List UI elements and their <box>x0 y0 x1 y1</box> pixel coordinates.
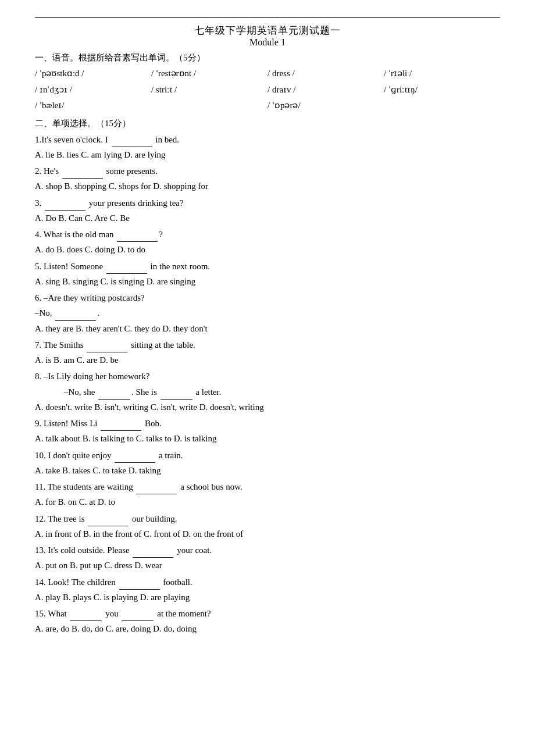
phonetic-item: / draɪv / <box>268 83 384 98</box>
question-1: 1.It's seven o'clock. I in bed. A. lie B… <box>35 132 500 163</box>
phonetic-item: / striːt / <box>151 83 268 98</box>
q8-text: 8. –Is Lily doing her homework? <box>35 369 500 384</box>
q2-text: 2. He's some presents. <box>35 163 500 179</box>
q2-options: A. shop B. shopping C. shops for D. shop… <box>35 179 500 194</box>
phonetic-item: / ˈɒpərə/ <box>268 98 500 113</box>
q9-options: A. talk about B. is talking to C. talks … <box>35 431 500 446</box>
q12-text: 12. The tree is our building. <box>35 511 500 526</box>
q10-text: 10. I don't quite enjoy a train. <box>35 448 500 463</box>
q1-options: A. lie B. lies C. am lying D. are lying <box>35 147 500 162</box>
q8-text2: –No, she . She is a letter. <box>35 384 500 400</box>
q3-options: A. Do B. Can C. Are C. Be <box>35 211 500 226</box>
phonetic-row-1: / ˈpəʊstkɑ:d / / ˈrestərɒnt / / dress / … <box>35 66 500 81</box>
q6-options: A. they are B. they aren't C. they do D.… <box>35 321 500 336</box>
module-title: Module 1 <box>35 37 500 48</box>
phonetic-row-2: / ɪnˈdʒɔɪ / / striːt / / draɪv / / ˈɡriː… <box>35 83 500 98</box>
q5-text: 5. Listen! Someone in the next room. <box>35 259 500 274</box>
q1-text: 1.It's seven o'clock. I in bed. <box>35 132 500 147</box>
page-title: 七年级下学期英语单元测试题一 <box>35 24 500 37</box>
q15-options: A. are, do B. do, do C. are, doing D. do… <box>35 621 500 636</box>
section1-header: 一、语音。根据所给音素写出单词。（5分） <box>35 52 500 63</box>
q10-options: A. take B. takes C. to take D. taking <box>35 463 500 478</box>
q13-options: A. put on B. put up C. dress D. wear <box>35 558 500 573</box>
question-11: 11. The students are waiting a school bu… <box>35 479 500 510</box>
q5-options: A. sing B. singing C. is singing D. are … <box>35 274 500 289</box>
question-14: 14. Look! The children football. A. play… <box>35 575 500 605</box>
question-13: 13. It's cold outside. Please your coat.… <box>35 543 500 573</box>
question-7: 7. The Smiths sitting at the table. A. i… <box>35 337 500 368</box>
top-divider <box>35 17 500 18</box>
phonetics-block: / ˈpəʊstkɑ:d / / ˈrestərɒnt / / dress / … <box>35 66 500 113</box>
phonetic-item: / ɪnˈdʒɔɪ / <box>35 83 151 98</box>
question-15: 15. What you at the moment? A. are, do B… <box>35 606 500 637</box>
question-4: 4. What is the old man ? A. do B. does C… <box>35 227 500 258</box>
q14-options: A. play B. plays C. is playing D. are pl… <box>35 590 500 605</box>
question-10: 10. I don't quite enjoy a train. A. take… <box>35 448 500 479</box>
phonetic-item: / ˈɡriːtɪŋ/ <box>384 83 500 98</box>
phonetic-item: / ˈpəʊstkɑ:d / <box>35 66 151 81</box>
phonetic-item: / ˈbæleɪ/ <box>35 98 268 113</box>
question-12: 12. The tree is our building. A. in fron… <box>35 511 500 542</box>
phonetic-item: / ˈrestərɒnt / <box>151 66 268 81</box>
title-block: 七年级下学期英语单元测试题一 Module 1 <box>35 24 500 48</box>
section2-header: 二、单项选择。（15分） <box>35 118 500 129</box>
q8-options: A. doesn't. write B. isn't, writing C. i… <box>35 400 500 415</box>
q4-text: 4. What is the old man ? <box>35 227 500 242</box>
q14-text: 14. Look! The children football. <box>35 575 500 590</box>
question-8: 8. –Is Lily doing her homework? –No, she… <box>35 369 500 415</box>
q11-options: A. for B. on C. at D. to <box>35 494 500 509</box>
question-9: 9. Listen! Miss Li Bob. A. talk about B.… <box>35 416 500 447</box>
q15-text: 15. What you at the moment? <box>35 606 500 621</box>
q7-text: 7. The Smiths sitting at the table. <box>35 337 500 352</box>
questions-block: 1.It's seven o'clock. I in bed. A. lie B… <box>35 132 500 637</box>
phonetic-item: / dress / <box>268 66 384 81</box>
phonetic-row-3: / ˈbæleɪ/ / ˈɒpərə/ <box>35 98 500 113</box>
phonetic-item: / ˈrɪəli / <box>384 66 500 81</box>
q12-options: A. in front of B. in the front of C. fro… <box>35 526 500 541</box>
q11-text: 11. The students are waiting a school bu… <box>35 479 500 494</box>
q9-text: 9. Listen! Miss Li Bob. <box>35 416 500 431</box>
q7-options: A. is B. am C. are D. be <box>35 352 500 368</box>
question-2: 2. He's some presents. A. shop B. shoppi… <box>35 163 500 194</box>
q13-text: 13. It's cold outside. Please your coat. <box>35 543 500 558</box>
q3-text: 3. your presents drinking tea? <box>35 195 500 211</box>
blank <box>136 494 177 494</box>
q6-text2: –No, . <box>35 305 500 320</box>
question-5: 5. Listen! Someone in the next room. A. … <box>35 259 500 290</box>
question-6: 6. –Are they writing postcards? –No, . A… <box>35 290 500 336</box>
q4-options: A. do B. does C. doing D. to do <box>35 242 500 257</box>
question-3: 3. your presents drinking tea? A. Do B. … <box>35 195 500 226</box>
q6-text: 6. –Are they writing postcards? <box>35 290 500 305</box>
